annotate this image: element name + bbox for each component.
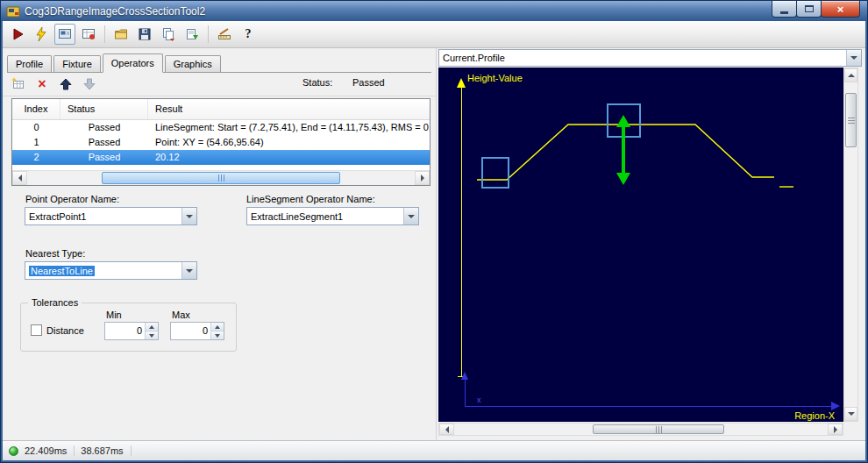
- delete-operator-button[interactable]: ×: [33, 75, 51, 93]
- move-up-icon: [59, 77, 73, 91]
- header-index[interactable]: Index: [12, 99, 60, 119]
- status-label: Status:: [302, 77, 332, 88]
- window-controls: ×: [772, 1, 860, 18]
- chevron-down-icon[interactable]: [403, 208, 418, 224]
- main-toolbar: ?: [3, 21, 865, 48]
- table-row-selected[interactable]: 2 Passed 20.12: [12, 150, 430, 165]
- image-display-button[interactable]: [54, 24, 75, 45]
- cell-index: 0: [12, 120, 60, 135]
- scroll-thumb[interactable]: [593, 424, 724, 434]
- app-window: Cog3DRangeImageCrossSectionTool2 ×: [0, 0, 868, 463]
- help-button[interactable]: ?: [238, 24, 259, 45]
- scroll-track[interactable]: [454, 424, 828, 435]
- maximize-button[interactable]: [796, 1, 822, 18]
- tab-fixture[interactable]: Fixture: [53, 55, 101, 72]
- arrow-up-icon: [848, 74, 855, 77]
- tool-icon: [6, 4, 20, 18]
- minimize-button[interactable]: [772, 1, 797, 18]
- table-row[interactable]: 0 Passed LineSegment: Start = (7.2,75.41…: [12, 120, 430, 135]
- max-label: Max: [172, 310, 190, 320]
- status-value: Passed: [352, 77, 385, 88]
- chevron-down-icon[interactable]: [181, 262, 196, 279]
- chevron-down-icon[interactable]: [181, 208, 196, 224]
- measure-tool-icon: [217, 27, 231, 41]
- distance-checkbox[interactable]: [31, 324, 42, 336]
- left-region-marker[interactable]: [482, 158, 509, 188]
- scroll-down-button[interactable]: [844, 407, 857, 421]
- tab-profile[interactable]: Profile: [7, 55, 52, 72]
- max-spinner[interactable]: 0: [170, 322, 224, 340]
- nearest-type-value: NearestToLine: [29, 266, 95, 276]
- scroll-left-button[interactable]: [439, 424, 454, 435]
- window-title: Cog3DRangeImageCrossSectionTool2: [25, 5, 205, 18]
- window-icon[interactable]: [6, 4, 20, 18]
- tab-graphics[interactable]: Graphics: [165, 55, 221, 72]
- spin-up-button[interactable]: [146, 323, 158, 331]
- nearest-type-select[interactable]: NearestToLine: [25, 261, 197, 280]
- spin-up-button[interactable]: [211, 323, 224, 331]
- save-button[interactable]: [134, 24, 155, 45]
- table-row[interactable]: 1 Passed Point: XY = (54.66,95.64): [12, 135, 430, 150]
- close-button[interactable]: ×: [821, 1, 860, 18]
- trigger-button[interactable]: [31, 24, 52, 45]
- cell-status: Passed: [60, 120, 148, 135]
- image-display-icon: [58, 27, 72, 41]
- total-time: 38.687ms: [81, 445, 131, 456]
- arrow-up-icon: [149, 325, 154, 329]
- linesegment-operator-value: ExtractLineSegment1: [247, 208, 403, 224]
- spin-buttons: [210, 323, 224, 339]
- cell-status: Passed: [60, 135, 148, 150]
- header-result[interactable]: Result: [148, 99, 430, 119]
- main-area: Profile Fixture Operators Graphics: [3, 48, 865, 440]
- open-button[interactable]: [110, 24, 132, 45]
- image-settings-button[interactable]: [78, 24, 99, 45]
- scroll-up-button[interactable]: [844, 68, 857, 82]
- execution-time: 22.409ms: [25, 445, 75, 456]
- spin-down-button[interactable]: [211, 331, 224, 339]
- cell-result: LineSegment: Start = (7.2,75.41), End = …: [148, 120, 430, 135]
- move-up-button[interactable]: [57, 75, 75, 93]
- min-label: Min: [106, 310, 122, 320]
- copy-results-button[interactable]: [158, 24, 179, 45]
- scroll-track[interactable]: [844, 82, 857, 407]
- tab-strip: Profile Fixture Operators Graphics: [7, 53, 431, 73]
- open-folder-icon: [114, 27, 128, 41]
- run-button[interactable]: [7, 24, 28, 45]
- profile-chart[interactable]: Height-Value Region-X x: [438, 68, 843, 422]
- table-header: Index Status Result: [12, 99, 430, 120]
- table-horizontal-scrollbar[interactable]: [12, 170, 430, 185]
- add-operator-button[interactable]: [10, 75, 27, 93]
- tab-operators[interactable]: Operators: [103, 53, 163, 73]
- tolerances-group-label: Tolerances: [28, 297, 82, 308]
- arrow-down-icon: [215, 334, 220, 338]
- run-icon: [11, 27, 25, 41]
- move-down-button[interactable]: [81, 75, 98, 93]
- scroll-right-button[interactable]: [828, 424, 843, 435]
- point-operator-select[interactable]: ExtractPoint1: [25, 207, 197, 225]
- operators-toolbar: ×: [10, 75, 98, 94]
- point-operator-label: Point Operator Name:: [25, 194, 119, 204]
- min-spinner[interactable]: 0: [104, 322, 159, 340]
- scroll-right-button[interactable]: [415, 171, 430, 185]
- arrow-down-icon: [848, 412, 855, 416]
- chart-vertical-scrollbar[interactable]: [843, 68, 858, 422]
- chevron-down-icon[interactable]: [846, 50, 861, 66]
- tolerances-group: Tolerances Distance Min Max 0: [20, 303, 237, 352]
- scroll-track[interactable]: [27, 171, 415, 185]
- distance-checkbox-row: Distance: [31, 324, 84, 336]
- chart-horizontal-scrollbar[interactable]: [438, 423, 843, 436]
- cell-result: 20.12: [148, 150, 430, 165]
- scroll-thumb[interactable]: [102, 172, 340, 184]
- spin-down-button[interactable]: [146, 331, 158, 339]
- scroll-left-button[interactable]: [12, 171, 27, 185]
- profile-panel: Current.Profile Height-Value Region-X: [437, 48, 865, 440]
- profile-source-select[interactable]: Current.Profile: [438, 49, 862, 67]
- paste-results-button[interactable]: [181, 24, 203, 45]
- nearest-type-label: Nearest Type:: [25, 248, 85, 259]
- header-status[interactable]: Status: [60, 99, 148, 119]
- linesegment-operator-select[interactable]: ExtractLineSegment1: [246, 207, 419, 225]
- arrow-right-icon: [421, 175, 424, 182]
- profile-line: [477, 125, 774, 180]
- measure-tool-button[interactable]: [214, 24, 235, 45]
- scroll-thumb[interactable]: [845, 93, 857, 147]
